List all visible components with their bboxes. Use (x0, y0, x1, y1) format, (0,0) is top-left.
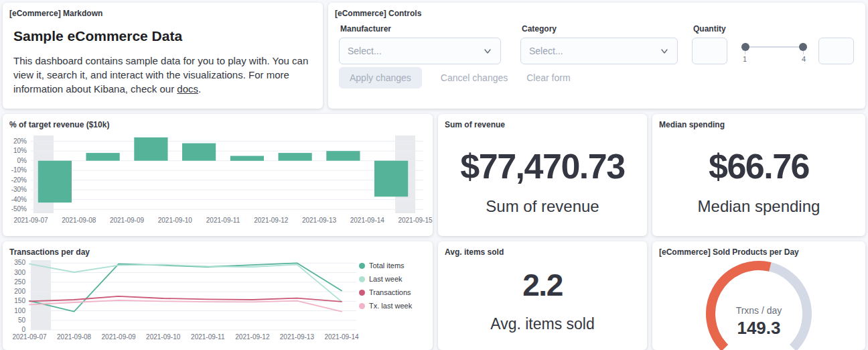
docs-link[interactable]: docs (177, 83, 198, 95)
svg-text:0: 0 (21, 326, 25, 333)
legend-dot-icon (359, 263, 365, 269)
svg-text:2021-09-13: 2021-09-13 (280, 333, 315, 341)
svg-text:50: 50 (18, 316, 26, 324)
svg-text:250: 250 (14, 278, 25, 286)
panel-sum-of-revenue: Sum of revenue $77,470.73 Sum of revenue (438, 114, 647, 236)
markdown-body-text: This dashboard contains sample data for … (13, 55, 308, 95)
chevron-down-icon (660, 46, 669, 56)
svg-text:2021-09-11: 2021-09-11 (206, 217, 240, 224)
svg-text:350: 350 (14, 259, 25, 266)
svg-text:-10%: -10% (11, 166, 27, 174)
transactions-chart[interactable]: 3503002502001501005002021-09-072021-09-0… (3, 256, 360, 343)
metric-label: Median spending (698, 197, 820, 216)
svg-text:-20%: -20% (11, 176, 27, 184)
svg-text:300: 300 (14, 269, 25, 276)
panel-avg-items-sold: Avg. items sold 2.2 Avg. items sold (438, 241, 647, 350)
svg-text:2021-09-15: 2021-09-15 (398, 217, 433, 224)
gauge-value: 149.3 (692, 318, 826, 338)
category-select[interactable]: Select... (520, 38, 678, 64)
svg-text:-40%: -40% (11, 196, 27, 203)
panel-transactions-per-day: Transactions per day 3503002502001501005… (3, 241, 433, 350)
slider-min-label: 1 (743, 55, 747, 63)
svg-text:150: 150 (14, 297, 25, 304)
legend-item[interactable]: Total items (359, 261, 412, 270)
legend-item[interactable]: Last week (359, 275, 412, 283)
metric-body: 2.2 Avg. items sold (438, 241, 647, 350)
svg-text:100: 100 (14, 307, 25, 314)
slider-tick-min (745, 51, 745, 54)
panel-controls: [eCommerce] Controls Manufacturer Select… (328, 3, 865, 109)
svg-text:20%: 20% (13, 137, 27, 145)
svg-text:2021-09-14: 2021-09-14 (324, 333, 359, 341)
manufacturer-label: Manufacturer (340, 24, 391, 34)
quantity-min-input[interactable] (692, 38, 727, 64)
metric-body: $77,470.73 Sum of revenue (438, 114, 647, 236)
panel-title-transactions: Transactions per day (9, 247, 90, 257)
quantity-slider[interactable]: 1 4 (741, 38, 807, 64)
panel-target-revenue: % of target revenue ($10k) 20%10%0%-10%-… (3, 114, 433, 236)
manufacturer-placeholder: Select... (348, 46, 382, 56)
markdown-heading: Sample eCommerce Data (13, 28, 182, 44)
panel-sold-products-per-day: [eCommerce] Sold Products per Day Trxns … (652, 241, 865, 350)
legend-item[interactable]: Transactions (359, 288, 412, 296)
svg-text:2021-09-13: 2021-09-13 (302, 217, 337, 224)
metric-label: Avg. items sold (490, 315, 595, 333)
metric-value: 2.2 (522, 267, 562, 303)
quantity-max-input[interactable] (818, 38, 854, 64)
svg-text:2021-09-10: 2021-09-10 (158, 217, 193, 224)
svg-text:-50%: -50% (11, 205, 27, 213)
svg-text:10%: 10% (13, 147, 27, 154)
legend-item[interactable]: Tx. last week (359, 302, 412, 310)
manufacturer-select[interactable]: Select... (339, 38, 501, 64)
panel-title-target-revenue: % of target revenue ($10k) (9, 120, 109, 129)
svg-text:2021-09-14: 2021-09-14 (350, 217, 385, 224)
metric-value: $77,470.73 (460, 146, 624, 186)
svg-text:2021-09-12: 2021-09-12 (235, 333, 270, 341)
svg-text:2021-09-12: 2021-09-12 (254, 217, 289, 224)
legend-dot-icon (359, 290, 365, 296)
category-label: Category (522, 24, 557, 34)
category-placeholder: Select... (529, 46, 563, 56)
panel-title-controls: [eCommerce] Controls (335, 9, 421, 18)
svg-text:2021-09-10: 2021-09-10 (146, 333, 181, 341)
slider-handle-max[interactable] (799, 43, 807, 51)
cancel-changes-button[interactable]: Cancel changes (441, 72, 508, 83)
controls-buttons-row: Apply changes Cancel changes Clear form (339, 67, 571, 89)
legend-label: Total items (369, 261, 405, 270)
panel-title-markdown: [eCommerce] Markdown (9, 9, 102, 18)
metric-value: $66.76 (709, 146, 809, 186)
transactions-legend: Total itemsLast weekTransactionsTx. last… (359, 261, 412, 310)
gauge[interactable]: Trxns / day 149.3 (692, 245, 826, 350)
legend-dot-icon (359, 276, 365, 282)
legend-label: Tx. last week (369, 302, 412, 310)
chevron-down-icon (483, 46, 492, 56)
legend-dot-icon (359, 303, 365, 309)
legend-label: Last week (369, 275, 403, 283)
metric-label: Sum of revenue (486, 197, 599, 216)
svg-text:2021-09-07: 2021-09-07 (12, 333, 47, 341)
svg-text:2021-09-09: 2021-09-09 (110, 217, 145, 224)
svg-text:2021-09-08: 2021-09-08 (57, 333, 92, 341)
panel-median-spending: Median spending $66.76 Median spending (652, 114, 865, 236)
quantity-label: Quantity (693, 24, 726, 34)
svg-text:0%: 0% (17, 157, 27, 164)
slider-tick-max (803, 51, 804, 54)
slider-track[interactable] (741, 46, 807, 48)
apply-changes-button[interactable]: Apply changes (339, 67, 422, 89)
slider-handle-min[interactable] (741, 43, 749, 51)
panel-markdown: [eCommerce] Markdown Sample eCommerce Da… (3, 3, 323, 109)
svg-text:2021-09-08: 2021-09-08 (62, 217, 96, 224)
svg-text:200: 200 (14, 288, 25, 295)
target-revenue-chart[interactable]: 20%10%0%-10%-20%-30%-40%-50%2021-09-0720… (3, 131, 433, 232)
markdown-body-period: . (198, 83, 201, 95)
legend-label: Transactions (369, 288, 411, 296)
metric-body: $66.76 Median spending (652, 114, 865, 236)
slider-max-label: 4 (802, 55, 806, 63)
markdown-body: This dashboard contains sample data for … (13, 54, 313, 96)
clear-form-button[interactable]: Clear form (526, 72, 570, 83)
gauge-text: Trxns / day 149.3 (692, 304, 826, 338)
svg-text:2021-09-07: 2021-09-07 (13, 217, 48, 224)
svg-text:-30%: -30% (11, 186, 27, 193)
svg-text:2021-09-11: 2021-09-11 (191, 333, 225, 341)
svg-text:2021-09-09: 2021-09-09 (102, 333, 137, 341)
